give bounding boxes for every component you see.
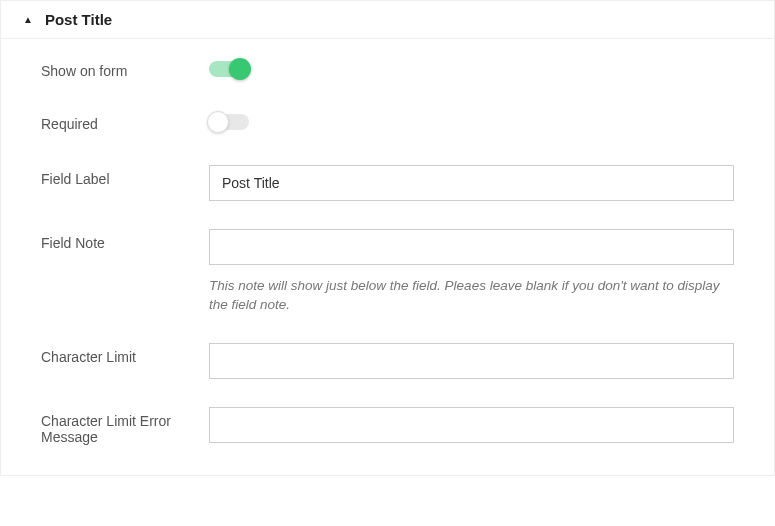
panel-body: Show on form Required Field Label (1, 39, 774, 475)
settings-panel: ▲ Post Title Show on form Required F (0, 0, 775, 476)
panel-title: Post Title (45, 11, 112, 28)
label-character-limit-error: Character Limit Error Message (41, 407, 209, 445)
toggle-knob (229, 58, 251, 80)
input-field-label[interactable] (209, 165, 734, 201)
label-show-on-form: Show on form (41, 63, 209, 79)
label-field-note: Field Note (41, 229, 209, 251)
toggle-knob (207, 111, 229, 133)
label-field-label: Field Label (41, 165, 209, 187)
row-show-on-form: Show on form (41, 59, 734, 82)
label-required: Required (41, 116, 209, 132)
row-field-label: Field Label (41, 165, 734, 201)
input-character-limit-error[interactable] (209, 407, 734, 443)
input-character-limit[interactable] (209, 343, 734, 379)
label-character-limit: Character Limit (41, 343, 209, 365)
row-character-limit-error: Character Limit Error Message (41, 407, 734, 445)
help-field-note: This note will show just below the field… (209, 277, 734, 315)
row-required: Required (41, 112, 734, 135)
row-field-note: Field Note This note will show just belo… (41, 229, 734, 315)
panel-header[interactable]: ▲ Post Title (1, 1, 774, 39)
toggle-show-on-form[interactable] (209, 59, 249, 79)
input-field-note[interactable] (209, 229, 734, 265)
row-character-limit: Character Limit (41, 343, 734, 379)
collapse-icon: ▲ (23, 15, 33, 25)
toggle-required[interactable] (209, 112, 249, 132)
